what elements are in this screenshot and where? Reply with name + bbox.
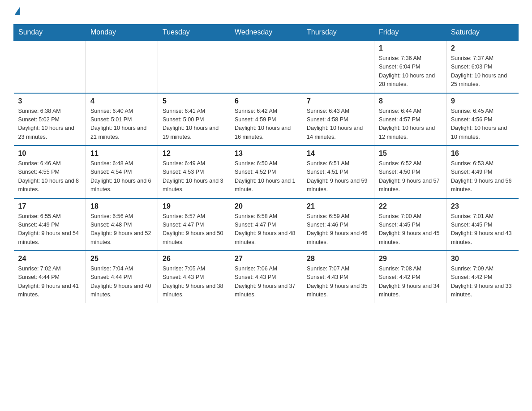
day-info: Sunrise: 6:41 AM Sunset: 5:00 PM Dayligh… xyxy=(163,107,225,142)
day-number: 4 xyxy=(90,97,153,105)
calendar-cell: 20Sunrise: 6:58 AM Sunset: 4:47 PM Dayli… xyxy=(230,198,302,251)
calendar-cell: 16Sunrise: 6:53 AM Sunset: 4:49 PM Dayli… xyxy=(446,146,519,198)
weekday-header-row: SundayMondayTuesdayWednesdayThursdayFrid… xyxy=(14,25,519,41)
weekday-header-sunday: Sunday xyxy=(14,25,86,41)
day-number: 23 xyxy=(451,202,514,210)
calendar-cell xyxy=(14,40,86,93)
day-number: 6 xyxy=(235,97,297,105)
day-number: 5 xyxy=(163,97,225,105)
day-info: Sunrise: 7:09 AM Sunset: 4:42 PM Dayligh… xyxy=(451,265,514,300)
day-number: 30 xyxy=(451,255,514,263)
day-number: 13 xyxy=(235,150,297,158)
day-number: 27 xyxy=(235,255,297,263)
weekday-header-wednesday: Wednesday xyxy=(230,25,302,41)
calendar-cell: 24Sunrise: 7:02 AM Sunset: 4:44 PM Dayli… xyxy=(14,251,86,303)
day-number: 18 xyxy=(90,202,153,210)
calendar-cell: 4Sunrise: 6:40 AM Sunset: 5:01 PM Daylig… xyxy=(86,93,158,146)
calendar-cell: 12Sunrise: 6:49 AM Sunset: 4:53 PM Dayli… xyxy=(158,146,230,198)
calendar-cell: 18Sunrise: 6:56 AM Sunset: 4:48 PM Dayli… xyxy=(86,198,158,251)
day-number: 21 xyxy=(307,202,369,210)
calendar-cell: 23Sunrise: 7:01 AM Sunset: 4:45 PM Dayli… xyxy=(446,198,519,251)
calendar-cell xyxy=(302,40,374,93)
day-info: Sunrise: 6:55 AM Sunset: 4:49 PM Dayligh… xyxy=(18,212,82,247)
weekday-header-saturday: Saturday xyxy=(446,25,519,41)
calendar-cell: 13Sunrise: 6:50 AM Sunset: 4:52 PM Dayli… xyxy=(230,146,302,198)
calendar-cell: 29Sunrise: 7:08 AM Sunset: 4:42 PM Dayli… xyxy=(374,251,446,303)
calendar-cell: 5Sunrise: 6:41 AM Sunset: 5:00 PM Daylig… xyxy=(158,93,230,146)
day-info: Sunrise: 7:37 AM Sunset: 6:03 PM Dayligh… xyxy=(451,54,514,89)
day-number: 17 xyxy=(18,202,82,210)
calendar-table: SundayMondayTuesdayWednesdayThursdayFrid… xyxy=(13,24,519,303)
calendar-cell: 15Sunrise: 6:52 AM Sunset: 4:50 PM Dayli… xyxy=(374,146,446,198)
calendar-cell: 30Sunrise: 7:09 AM Sunset: 4:42 PM Dayli… xyxy=(446,251,519,303)
day-info: Sunrise: 7:07 AM Sunset: 4:43 PM Dayligh… xyxy=(307,265,369,300)
day-info: Sunrise: 6:40 AM Sunset: 5:01 PM Dayligh… xyxy=(90,107,153,142)
calendar-cell: 2Sunrise: 7:37 AM Sunset: 6:03 PM Daylig… xyxy=(446,40,519,93)
calendar-cell: 7Sunrise: 6:43 AM Sunset: 4:58 PM Daylig… xyxy=(302,93,374,146)
day-info: Sunrise: 6:59 AM Sunset: 4:46 PM Dayligh… xyxy=(307,212,369,247)
day-number: 3 xyxy=(18,97,82,105)
logo xyxy=(13,9,20,17)
day-number: 29 xyxy=(379,255,442,263)
day-number: 11 xyxy=(90,150,153,158)
day-info: Sunrise: 6:56 AM Sunset: 4:48 PM Dayligh… xyxy=(90,212,153,247)
day-info: Sunrise: 7:00 AM Sunset: 4:45 PM Dayligh… xyxy=(379,212,442,247)
day-number: 1 xyxy=(379,44,442,52)
day-number: 26 xyxy=(163,255,225,263)
calendar-cell xyxy=(86,40,158,93)
weekday-header-thursday: Thursday xyxy=(302,25,374,41)
day-info: Sunrise: 6:43 AM Sunset: 4:58 PM Dayligh… xyxy=(307,107,369,142)
calendar-cell: 28Sunrise: 7:07 AM Sunset: 4:43 PM Dayli… xyxy=(302,251,374,303)
calendar-cell: 1Sunrise: 7:36 AM Sunset: 6:04 PM Daylig… xyxy=(374,40,446,93)
day-info: Sunrise: 7:02 AM Sunset: 4:44 PM Dayligh… xyxy=(18,265,82,300)
day-number: 14 xyxy=(307,150,369,158)
day-info: Sunrise: 6:44 AM Sunset: 4:57 PM Dayligh… xyxy=(379,107,442,142)
day-number: 16 xyxy=(451,150,514,158)
weekday-header-friday: Friday xyxy=(374,25,446,41)
day-number: 15 xyxy=(379,150,442,158)
day-info: Sunrise: 6:38 AM Sunset: 5:02 PM Dayligh… xyxy=(18,107,82,142)
day-number: 7 xyxy=(307,97,369,105)
calendar-cell: 11Sunrise: 6:48 AM Sunset: 4:54 PM Dayli… xyxy=(86,146,158,198)
calendar-row-4: 24Sunrise: 7:02 AM Sunset: 4:44 PM Dayli… xyxy=(14,251,519,303)
day-number: 12 xyxy=(163,150,225,158)
day-info: Sunrise: 6:50 AM Sunset: 4:52 PM Dayligh… xyxy=(235,159,297,194)
day-info: Sunrise: 6:52 AM Sunset: 4:50 PM Dayligh… xyxy=(379,159,442,194)
day-info: Sunrise: 7:36 AM Sunset: 6:04 PM Dayligh… xyxy=(379,54,442,89)
day-info: Sunrise: 6:57 AM Sunset: 4:47 PM Dayligh… xyxy=(163,212,225,247)
calendar-row-0: 1Sunrise: 7:36 AM Sunset: 6:04 PM Daylig… xyxy=(14,40,519,93)
calendar-cell: 10Sunrise: 6:46 AM Sunset: 4:55 PM Dayli… xyxy=(14,146,86,198)
day-info: Sunrise: 6:53 AM Sunset: 4:49 PM Dayligh… xyxy=(451,159,514,194)
calendar-cell: 25Sunrise: 7:04 AM Sunset: 4:44 PM Dayli… xyxy=(86,251,158,303)
calendar-cell: 3Sunrise: 6:38 AM Sunset: 5:02 PM Daylig… xyxy=(14,93,86,146)
day-info: Sunrise: 7:06 AM Sunset: 4:43 PM Dayligh… xyxy=(235,265,297,300)
weekday-header-tuesday: Tuesday xyxy=(158,25,230,41)
day-number: 22 xyxy=(379,202,442,210)
day-number: 25 xyxy=(90,255,153,263)
day-info: Sunrise: 7:08 AM Sunset: 4:42 PM Dayligh… xyxy=(379,265,442,300)
day-info: Sunrise: 6:42 AM Sunset: 4:59 PM Dayligh… xyxy=(235,107,297,142)
calendar-row-3: 17Sunrise: 6:55 AM Sunset: 4:49 PM Dayli… xyxy=(14,198,519,251)
day-number: 10 xyxy=(18,150,82,158)
day-number: 28 xyxy=(307,255,369,263)
day-info: Sunrise: 6:49 AM Sunset: 4:53 PM Dayligh… xyxy=(163,159,225,194)
day-number: 9 xyxy=(451,97,514,105)
day-info: Sunrise: 7:05 AM Sunset: 4:43 PM Dayligh… xyxy=(163,265,225,300)
day-info: Sunrise: 6:48 AM Sunset: 4:54 PM Dayligh… xyxy=(90,159,153,194)
calendar-cell: 9Sunrise: 6:45 AM Sunset: 4:56 PM Daylig… xyxy=(446,93,519,146)
calendar-row-1: 3Sunrise: 6:38 AM Sunset: 5:02 PM Daylig… xyxy=(14,93,519,146)
day-info: Sunrise: 6:51 AM Sunset: 4:51 PM Dayligh… xyxy=(307,159,369,194)
calendar-cell: 22Sunrise: 7:00 AM Sunset: 4:45 PM Dayli… xyxy=(374,198,446,251)
calendar-cell: 8Sunrise: 6:44 AM Sunset: 4:57 PM Daylig… xyxy=(374,93,446,146)
calendar-cell xyxy=(230,40,302,93)
calendar-cell xyxy=(158,40,230,93)
day-info: Sunrise: 6:45 AM Sunset: 4:56 PM Dayligh… xyxy=(451,107,514,142)
calendar-cell: 6Sunrise: 6:42 AM Sunset: 4:59 PM Daylig… xyxy=(230,93,302,146)
day-number: 20 xyxy=(235,202,297,210)
day-info: Sunrise: 7:04 AM Sunset: 4:44 PM Dayligh… xyxy=(90,265,153,300)
calendar-cell: 27Sunrise: 7:06 AM Sunset: 4:43 PM Dayli… xyxy=(230,251,302,303)
weekday-header-monday: Monday xyxy=(86,25,158,41)
calendar-cell: 19Sunrise: 6:57 AM Sunset: 4:47 PM Dayli… xyxy=(158,198,230,251)
day-number: 8 xyxy=(379,97,442,105)
calendar-cell: 26Sunrise: 7:05 AM Sunset: 4:43 PM Dayli… xyxy=(158,251,230,303)
